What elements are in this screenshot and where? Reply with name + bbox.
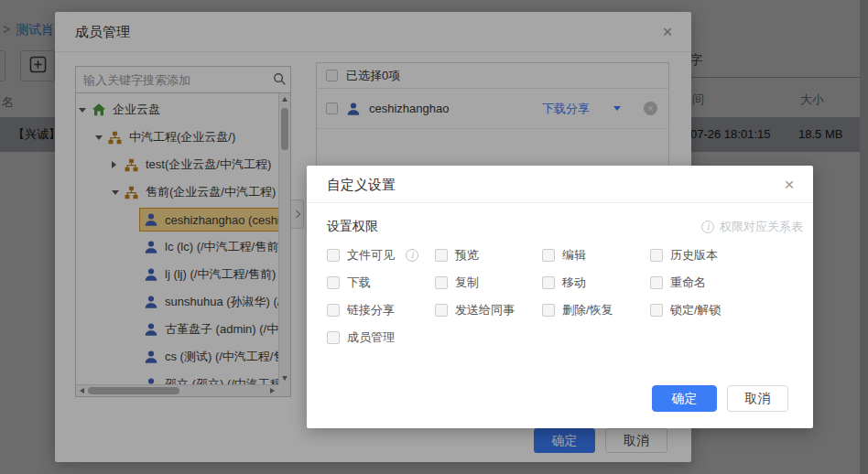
permission-option[interactable]: 下载 (327, 275, 435, 291)
settings-ok-button[interactable]: 确定 (652, 385, 717, 412)
permission-label: 锁定/解锁 (670, 302, 722, 318)
permission-option[interactable]: 预览 (435, 247, 542, 264)
checkbox[interactable] (435, 304, 448, 317)
checkbox[interactable] (327, 276, 340, 289)
permission-option[interactable]: 成员管理 (327, 329, 435, 346)
checkbox[interactable] (650, 249, 663, 262)
permission-label: 复制 (455, 275, 479, 291)
checkbox[interactable] (650, 276, 663, 289)
relation-link-label: 权限对应关系表 (720, 219, 803, 235)
checkbox[interactable] (542, 249, 555, 262)
custom-settings-dialog: 自定义设置 × 设置权限 权限对应关系表 文件可见 预览 编辑 历史版本 (307, 166, 813, 428)
permission-label: 预览 (455, 247, 479, 264)
settings-cancel-button[interactable]: 取消 (727, 385, 788, 412)
permission-label: 编辑 (562, 247, 586, 264)
permission-option[interactable]: 删除/恢复 (542, 302, 650, 318)
permission-label: 成员管理 (347, 329, 395, 346)
app-root: >测试肖 名 字 间 大小 【兴诚】 07-26 18:01:15 18.5 M… (0, 0, 868, 474)
permission-option[interactable]: 链接分享 (327, 302, 435, 318)
permission-label: 链接分享 (347, 302, 395, 318)
checkbox[interactable] (327, 249, 340, 262)
permission-label: 移动 (562, 275, 586, 291)
set-permissions-label: 设置权限 (327, 219, 378, 235)
permission-option[interactable]: 复制 (435, 275, 542, 291)
checkbox[interactable] (542, 276, 555, 289)
permission-option[interactable]: 编辑 (542, 247, 650, 264)
permission-relation-link[interactable]: 权限对应关系表 (701, 219, 803, 235)
permission-option[interactable]: 文件可见 (327, 247, 435, 264)
permission-label: 下载 (347, 275, 371, 291)
permission-option[interactable]: 历史版本 (650, 247, 778, 264)
permission-option[interactable]: 移动 (542, 275, 650, 291)
permission-grid: 文件可见 预览 编辑 历史版本 下载 复制 (327, 242, 778, 351)
permission-label: 历史版本 (670, 247, 718, 264)
settings-dialog-title: 自定义设置 (307, 166, 813, 203)
checkbox[interactable] (542, 304, 555, 317)
checkbox[interactable] (435, 276, 448, 289)
checkbox[interactable] (650, 304, 663, 317)
close-icon[interactable]: × (765, 166, 813, 203)
permission-option[interactable]: 重命名 (650, 275, 778, 291)
permission-label: 删除/恢复 (562, 302, 613, 318)
permission-label: 文件可见 (347, 247, 395, 264)
permission-label: 发送给同事 (455, 302, 515, 318)
permission-label: 重命名 (670, 275, 706, 291)
checkbox[interactable] (435, 249, 448, 262)
checkbox[interactable] (327, 304, 340, 317)
permission-option[interactable]: 锁定/解锁 (650, 302, 778, 318)
info-icon[interactable] (406, 249, 418, 262)
permission-option[interactable]: 发送给同事 (435, 302, 542, 318)
checkbox[interactable] (327, 331, 340, 344)
info-icon (701, 221, 714, 233)
